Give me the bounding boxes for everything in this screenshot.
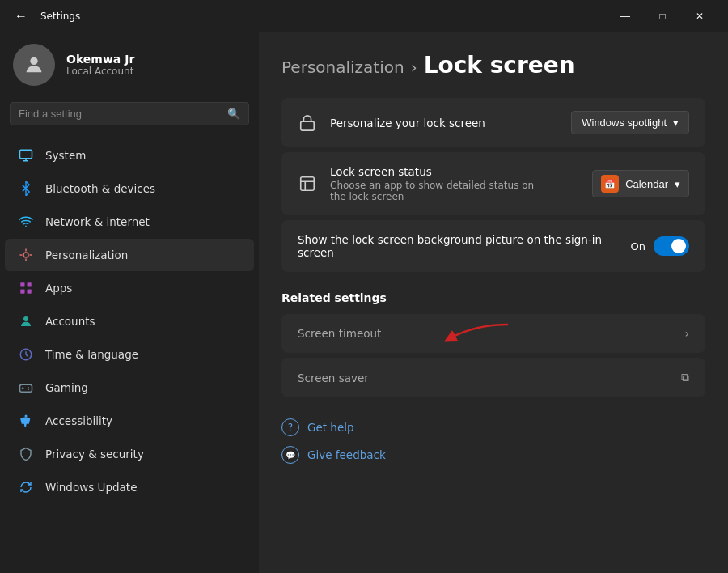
show-background-title: Show the lock screen background picture … <box>298 233 631 259</box>
lock-screen-dropdown[interactable]: Windows spotlight ▾ <box>571 111 689 134</box>
card-left: Personalize your lock screen <box>298 113 485 133</box>
svg-point-0 <box>30 57 37 65</box>
show-background-card: Show the lock screen background picture … <box>281 220 705 272</box>
sidebar-item-update-label: Windows Update <box>45 481 137 494</box>
lock-screen-icon <box>298 113 317 133</box>
breadcrumb-current: Lock screen <box>424 52 575 79</box>
sidebar-item-privacy[interactable]: Privacy & security <box>5 438 254 470</box>
lock-status-title: Lock screen status <box>330 165 540 178</box>
help-links: ? Get help 💬 Give feedback <box>281 414 705 469</box>
search-input[interactable] <box>19 108 221 120</box>
screen-saver-label: Screen saver <box>298 371 369 384</box>
back-button[interactable]: ← <box>10 5 32 28</box>
svg-rect-6 <box>28 290 32 294</box>
lock-screen-dropdown-label: Windows spotlight <box>582 117 667 129</box>
sidebar-item-network[interactable]: Network & internet <box>5 206 254 238</box>
network-icon <box>18 214 34 230</box>
get-help-icon: ? <box>281 418 299 436</box>
breadcrumb: Personalization › Lock screen <box>281 52 705 79</box>
sidebar-item-system-label: System <box>45 149 86 162</box>
sidebar-item-accounts[interactable]: Accounts <box>5 305 254 337</box>
give-feedback-icon: 💬 <box>281 446 299 464</box>
card-text: Lock screen status Choose an app to show… <box>330 165 540 202</box>
sidebar-item-accessibility-label: Accessibility <box>45 414 112 427</box>
sidebar-item-privacy-label: Privacy & security <box>45 448 144 461</box>
time-icon <box>18 346 34 363</box>
external-link-icon: ⧉ <box>681 371 689 384</box>
svg-rect-3 <box>20 282 24 286</box>
sidebar-item-gaming[interactable]: Gaming <box>5 371 254 404</box>
card-text: Show the lock screen background picture … <box>298 233 631 259</box>
sidebar-item-personalization[interactable]: Personalization <box>5 239 254 271</box>
calendar-icon: 📅 <box>601 175 619 193</box>
related-card-left: Screen saver <box>298 371 369 384</box>
sidebar-nav: System Bluetooth & devices Network & int… <box>0 138 259 504</box>
card-text: Personalize your lock screen <box>330 117 485 129</box>
get-help-link[interactable]: ? Get help <box>281 414 705 441</box>
apps-icon <box>18 280 34 296</box>
card-left: Lock screen status Choose an app to show… <box>298 165 540 202</box>
breadcrumb-parent[interactable]: Personalization <box>281 57 404 77</box>
give-feedback-label: Give feedback <box>307 448 386 461</box>
minimize-button[interactable]: — <box>607 3 644 29</box>
breadcrumb-separator: › <box>411 57 417 77</box>
svg-rect-4 <box>28 282 32 286</box>
calendar-dropdown[interactable]: 📅 Calendar ▾ <box>592 170 689 197</box>
titlebar-left: ← Settings <box>10 5 80 28</box>
background-toggle[interactable] <box>654 236 689 256</box>
lock-status-card: Lock screen status Choose an app to show… <box>281 152 705 215</box>
get-help-label: Get help <box>307 421 354 434</box>
sidebar-item-network-label: Network & internet <box>45 215 150 228</box>
screen-timeout-label: Screen timeout <box>298 327 381 340</box>
red-arrow-annotation <box>443 320 516 350</box>
sidebar-item-accessibility[interactable]: Accessibility <box>5 405 254 437</box>
sidebar-item-gaming-label: Gaming <box>45 381 88 394</box>
personalize-lock-card: Personalize your lock screen Windows spo… <box>281 98 705 147</box>
personalize-lock-title: Personalize your lock screen <box>330 117 485 129</box>
screen-saver-card[interactable]: Screen saver ⧉ <box>281 358 705 397</box>
sidebar-item-accounts-label: Accounts <box>45 315 95 328</box>
sidebar-item-bluetooth-label: Bluetooth & devices <box>45 182 155 195</box>
user-name: Okemwa Jr <box>66 53 134 66</box>
svg-rect-12 <box>301 177 315 191</box>
lock-status-icon <box>298 174 317 193</box>
lock-status-subtitle: Choose an app to show detailed status on… <box>330 180 540 202</box>
user-profile[interactable]: Okemwa Jr Local Account <box>0 32 259 102</box>
screen-timeout-card[interactable]: Screen timeout › <box>281 314 705 353</box>
content-area: Personalization › Lock screen Personaliz… <box>259 32 728 573</box>
give-feedback-link[interactable]: 💬 Give feedback <box>281 441 705 469</box>
svg-point-10 <box>25 415 28 418</box>
update-icon <box>18 479 34 495</box>
card-left: Show the lock screen background picture … <box>298 233 631 259</box>
search-container: 🔍 <box>0 102 259 138</box>
chevron-right-icon: › <box>684 327 689 340</box>
sidebar-item-personalization-label: Personalization <box>45 248 128 261</box>
sidebar-item-time[interactable]: Time & language <box>5 338 254 371</box>
system-icon <box>18 147 34 163</box>
toggle-label: On <box>631 240 645 253</box>
sidebar-item-apps[interactable]: Apps <box>5 272 254 304</box>
maximize-button[interactable]: □ <box>644 3 681 29</box>
gaming-icon <box>18 380 34 396</box>
bluetooth-icon <box>18 180 34 197</box>
personalization-icon <box>18 247 34 263</box>
privacy-icon <box>18 446 34 462</box>
search-box: 🔍 <box>10 102 249 125</box>
accounts-icon <box>18 313 34 329</box>
svg-rect-5 <box>20 290 24 294</box>
toggle-knob <box>671 239 686 253</box>
search-icon: 🔍 <box>227 108 240 120</box>
svg-rect-1 <box>20 150 32 159</box>
avatar <box>13 44 55 86</box>
svg-point-2 <box>23 253 28 257</box>
sidebar-item-update[interactable]: Windows Update <box>5 471 254 503</box>
svg-rect-11 <box>301 121 315 130</box>
calendar-dropdown-label: Calendar <box>625 178 668 190</box>
accessibility-icon <box>18 413 34 429</box>
calendar-chevron-icon: ▾ <box>675 178 680 190</box>
titlebar: ← Settings — □ ✕ <box>0 0 728 32</box>
sidebar-item-system[interactable]: System <box>5 139 254 172</box>
close-button[interactable]: ✕ <box>681 3 718 29</box>
sidebar-item-bluetooth[interactable]: Bluetooth & devices <box>5 172 254 205</box>
sidebar: Okemwa Jr Local Account 🔍 System <box>0 32 259 573</box>
